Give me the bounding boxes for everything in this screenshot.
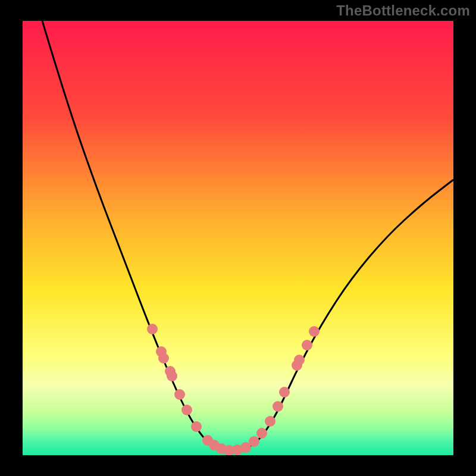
marker-point <box>158 353 169 364</box>
marker-point <box>174 389 185 400</box>
marker-point <box>302 340 312 350</box>
marker-point <box>167 371 177 381</box>
marker-point <box>181 405 192 415</box>
marker-point <box>279 387 290 397</box>
marker-point <box>191 421 202 432</box>
marker-point <box>273 401 283 412</box>
marker-point <box>256 428 267 439</box>
chart-stage: TheBottleneck.com <box>0 0 476 476</box>
attribution-label: TheBottleneck.com <box>336 2 470 19</box>
marker-point <box>147 324 158 334</box>
marker-point <box>265 416 275 427</box>
marker-point <box>249 436 259 447</box>
marker-point <box>294 355 305 365</box>
bottleneck-chart <box>0 0 476 476</box>
marker-point <box>309 326 320 337</box>
plot-background <box>23 21 453 455</box>
